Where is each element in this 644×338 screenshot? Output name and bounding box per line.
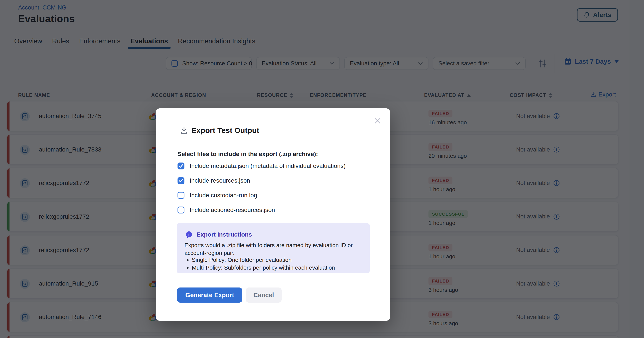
export-file-option[interactable]: Include actioned-resources.json	[178, 207, 275, 213]
info-bubble-icon	[185, 231, 193, 238]
checkbox[interactable]	[178, 192, 184, 199]
checkbox[interactable]	[178, 163, 184, 169]
instruction-bullet: Multi-Policy: Subfolders per policy with…	[192, 264, 335, 272]
export-test-output-modal: Export Test Output Select files to inclu…	[156, 108, 390, 321]
instructions-body: Exports would a .zip file with folders a…	[184, 241, 366, 257]
checkbox-label: Include actioned-resources.json	[190, 207, 275, 213]
checkbox[interactable]	[178, 207, 184, 213]
instructions-title: Export Instructions	[196, 231, 252, 238]
modal-title: Export Test Output	[191, 126, 259, 135]
modal-section-label: Select files to include in the export (.…	[178, 151, 318, 158]
evaluations-page: Account: CCM-NG Evaluations Alerts Overv…	[0, 0, 644, 338]
instructions-bullets: Single Policy: One folder per evaluation…	[184, 256, 335, 272]
export-file-option[interactable]: Include resources.json	[178, 177, 250, 184]
export-file-option[interactable]: Include metadata.json (metadata of indiv…	[178, 163, 346, 169]
checkbox-label: Include custodian-run.log	[190, 192, 257, 199]
modal-divider	[179, 143, 367, 143]
export-instructions-box: Export Instructions Exports would a .zip…	[177, 223, 370, 273]
generate-export-button[interactable]: Generate Export	[177, 288, 242, 303]
checkbox-label: Include metadata.json (metadata of indiv…	[190, 163, 346, 169]
checkbox-label: Include resources.json	[190, 177, 250, 184]
close-icon[interactable]	[373, 117, 382, 125]
export-file-option[interactable]: Include custodian-run.log	[178, 192, 257, 199]
checkbox[interactable]	[178, 177, 184, 184]
instruction-bullet: Single Policy: One folder per evaluation	[192, 256, 335, 264]
cancel-button[interactable]: Cancel	[246, 288, 282, 303]
download-icon	[180, 127, 188, 134]
